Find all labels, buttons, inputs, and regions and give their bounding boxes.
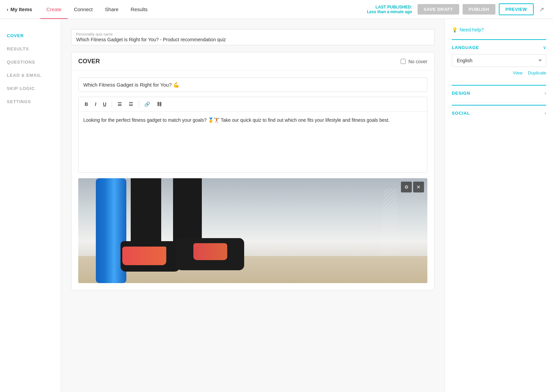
- social-section-title: SOCIAL: [452, 111, 470, 116]
- view-link[interactable]: View: [513, 70, 523, 76]
- cover-section: COVER No cover B I: [71, 52, 434, 290]
- cover-title: COVER: [78, 58, 100, 65]
- sidebar-item-settings[interactable]: SETTINGS: [7, 95, 54, 108]
- numbered-list-icon: ☲: [129, 101, 133, 107]
- sidebar-item-lead-email[interactable]: LEAD & EMAIL: [7, 69, 54, 82]
- nav-right-actions: LAST PUBLISHED: Less than a minute ago S…: [367, 3, 547, 15]
- bold-icon: B: [85, 101, 88, 107]
- underline-button[interactable]: U: [100, 100, 109, 109]
- right-panel: 💡 Need help? LANGUAGE ∨ English Spanish …: [445, 19, 553, 392]
- legging-pattern: [380, 188, 400, 256]
- quiz-title-input[interactable]: [78, 77, 427, 92]
- last-published-time: Less than a minute ago: [367, 9, 412, 14]
- back-arrow: ‹: [7, 7, 8, 12]
- social-chevron-icon: ›: [545, 110, 546, 116]
- rte-toolbar: B I U ☰ ☲: [79, 97, 427, 112]
- toolbar-divider-1: [112, 101, 112, 108]
- panel-divider-2: [452, 102, 546, 103]
- back-to-my-items[interactable]: ‹ My Items: [7, 6, 32, 12]
- link-button[interactable]: 🔗: [142, 100, 153, 109]
- toolbar-divider-2: [139, 101, 139, 108]
- quiz-name-label: Personality quiz name: [76, 32, 429, 36]
- need-help-link[interactable]: 💡 Need help?: [452, 27, 546, 32]
- fitness-image: [78, 178, 427, 283]
- design-section-header[interactable]: DESIGN ›: [452, 90, 546, 96]
- underline-icon: U: [103, 101, 106, 107]
- no-cover-text: No cover: [408, 59, 427, 64]
- language-section-title: LANGUAGE: [452, 45, 479, 50]
- shoe-right-lace: [193, 243, 227, 260]
- gear-icon: ⚙: [404, 184, 409, 190]
- panel-divider-1: [452, 83, 546, 83]
- sidebar-item-skip-logic[interactable]: SKIP LOGIC: [7, 82, 54, 95]
- last-published-info: LAST PUBLISHED: Less than a minute ago: [367, 5, 412, 14]
- bulb-icon: 💡: [452, 27, 458, 32]
- language-panel-actions: View Duplicate: [452, 70, 546, 76]
- unlink-icon: ⛓: [157, 101, 162, 107]
- last-published-label: LAST PUBLISHED:: [367, 5, 412, 9]
- nav-extra-icon-button[interactable]: ↗: [537, 4, 546, 15]
- shoe-left-lace: [122, 247, 166, 265]
- quiz-name-input[interactable]: [76, 37, 429, 42]
- cover-image-container: ⚙ ✕: [78, 178, 427, 283]
- bold-button[interactable]: B: [82, 100, 91, 109]
- nav-links: Create Connect Share Results: [40, 0, 154, 19]
- social-section-header[interactable]: SOCIAL ›: [452, 110, 546, 116]
- numbered-list-button[interactable]: ☲: [126, 100, 136, 109]
- send-icon: ↗: [539, 6, 544, 13]
- unlink-button[interactable]: ⛓: [154, 100, 164, 109]
- nav-link-share[interactable]: Share: [99, 0, 125, 19]
- social-section: SOCIAL ›: [452, 105, 546, 120]
- cover-body: B I U ☰ ☲: [71, 71, 434, 290]
- sidebar-item-cover[interactable]: COVER: [7, 29, 54, 42]
- quiz-name-wrapper: Personality quiz name: [71, 29, 434, 45]
- bullet-list-button[interactable]: ☰: [115, 100, 125, 109]
- language-section-header[interactable]: LANGUAGE ∨: [452, 45, 546, 50]
- need-help-label: Need help?: [460, 27, 484, 32]
- close-icon: ✕: [417, 184, 421, 190]
- sidebar: COVER RESULTS QUESTIONS LEAD & EMAIL SKI…: [0, 19, 61, 392]
- no-cover-checkbox[interactable]: [401, 59, 406, 64]
- back-label: My Items: [10, 6, 32, 12]
- no-cover-label[interactable]: No cover: [401, 59, 427, 64]
- duplicate-link[interactable]: Duplicate: [528, 70, 546, 76]
- sidebar-item-results[interactable]: RESULTS: [7, 42, 54, 55]
- rte-content[interactable]: Looking for the perfect fitness gadget t…: [79, 112, 427, 172]
- cover-header: COVER No cover: [71, 52, 434, 71]
- preview-button[interactable]: PREVIEW: [499, 3, 534, 15]
- top-navigation: ‹ My Items Create Connect Share Results …: [0, 0, 553, 19]
- design-section: DESIGN ›: [452, 85, 546, 100]
- language-section: LANGUAGE ∨ English Spanish French German…: [452, 39, 546, 80]
- nav-link-results[interactable]: Results: [125, 0, 154, 19]
- nav-link-create[interactable]: Create: [40, 0, 68, 19]
- rich-text-editor: B I U ☰ ☲: [78, 97, 427, 173]
- language-select[interactable]: English Spanish French German: [452, 54, 546, 67]
- language-chevron-icon: ∨: [543, 45, 546, 50]
- nav-link-connect[interactable]: Connect: [68, 0, 99, 19]
- italic-icon: I: [95, 101, 96, 107]
- main-content: Personality quiz name COVER No cover: [61, 19, 445, 392]
- image-settings-button[interactable]: ⚙: [401, 182, 412, 192]
- publish-button[interactable]: PUBLISH: [463, 4, 495, 15]
- italic-button[interactable]: I: [92, 100, 99, 109]
- bullet-list-icon: ☰: [118, 101, 122, 107]
- link-icon: 🔗: [144, 101, 150, 107]
- main-layout: COVER RESULTS QUESTIONS LEAD & EMAIL SKI…: [0, 19, 553, 392]
- sidebar-item-questions[interactable]: QUESTIONS: [7, 55, 54, 69]
- language-select-wrapper: English Spanish French German: [452, 54, 546, 67]
- save-draft-button[interactable]: SAVE DRAFT: [418, 4, 459, 15]
- design-chevron-icon: ›: [545, 90, 546, 96]
- design-section-title: DESIGN: [452, 91, 470, 96]
- image-remove-button[interactable]: ✕: [413, 182, 424, 192]
- image-overlay-controls: ⚙ ✕: [401, 182, 424, 192]
